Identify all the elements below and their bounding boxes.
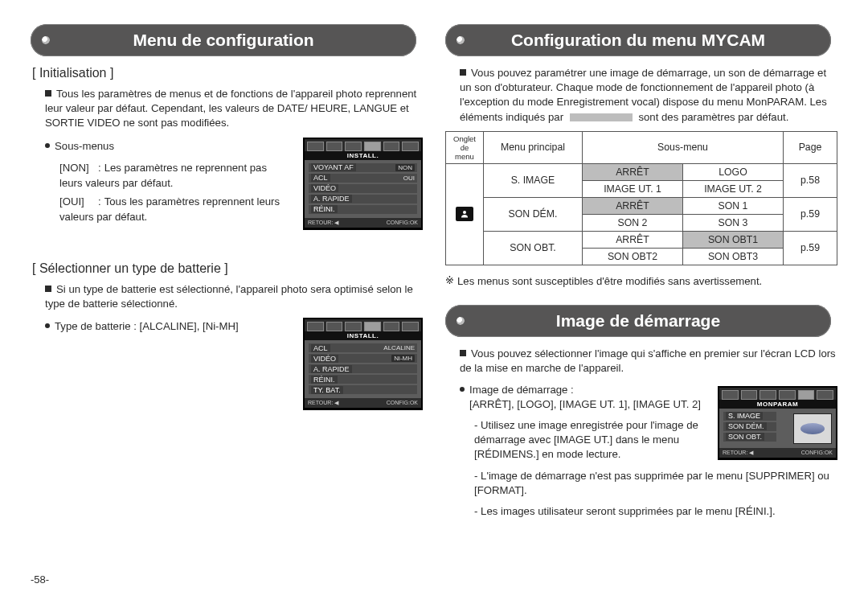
submenus-label: Sous-menus	[45, 139, 292, 154]
r2b: SON 1	[683, 197, 784, 214]
start-b3: - Les images utilisateur seront supprimé…	[474, 504, 837, 519]
square-bullet-icon	[45, 286, 51, 292]
th-sub: Sous-menu	[583, 131, 784, 163]
lcd-install-reset: INSTALL. VOYANT AFNON ACLOUI VIDÉO A. RA…	[303, 138, 423, 229]
square-bullet-icon	[460, 350, 466, 356]
section-header-config-text: Menu de configuration	[133, 31, 313, 50]
r2c: SON 2	[583, 214, 683, 231]
th-main: Menu principal	[484, 131, 583, 163]
dot-bullet-icon	[45, 143, 50, 148]
svg-point-0	[463, 211, 466, 214]
section-header-mycam-text: Configuration du menu MYCAM	[511, 31, 765, 50]
tab-icon-cell	[446, 163, 484, 265]
r3b: SON OBT1	[683, 231, 784, 248]
mycam-intro: Vous pouvez paramétrer une image de déma…	[460, 66, 837, 125]
square-bullet-icon	[460, 69, 466, 76]
r1d: IMAGE UT. 2	[683, 180, 784, 197]
mycam-menu-table: Onglet de menu Menu principal Sous-menu …	[445, 131, 837, 265]
r1-main: S. IMAGE	[484, 163, 583, 197]
section-header-startimage-text: Image de démarrage	[556, 311, 720, 331]
init-def-oui: [OUI]:Tous les paramètres reprennent leu…	[59, 194, 292, 224]
section-header-config: Menu de configuration	[31, 24, 416, 56]
r3-main: SON OBT.	[484, 231, 583, 265]
dot-bullet-icon	[45, 323, 50, 328]
r3d: SON OBT3	[683, 248, 784, 265]
start-options: [ARRÊT], [LOGO], [IMAGE UT. 1], [IMAGE U…	[469, 397, 701, 412]
battery-intro: Si un type de batterie est sélectionné, …	[45, 282, 423, 311]
subhead-initialisation: [ Initialisation ]	[32, 66, 423, 80]
section-header-mycam: Configuration du menu MYCAM	[445, 24, 831, 56]
r1-page: p.58	[784, 163, 837, 197]
lcd-monparam: MONPARAM S. IMAGE SON DÉM. SON OBT. RETO…	[718, 386, 837, 459]
default-highlight-swatch	[570, 113, 633, 121]
r2a: ARRÊT	[583, 197, 683, 214]
r2d: SON 3	[683, 214, 784, 231]
subhead-battery: [ Sélectionner un type de batterie ]	[32, 261, 423, 276]
square-bullet-icon	[45, 90, 51, 97]
th-page: Page	[784, 131, 837, 163]
r2-main: SON DÉM.	[484, 197, 583, 231]
dot-bullet-icon	[460, 387, 465, 392]
r1a: ARRÊT	[583, 163, 683, 180]
init-def-non: [NON]:Les paramètres ne reprennent pas l…	[59, 160, 292, 191]
mycam-note: ※Les menus sont susceptibles d'être modi…	[445, 273, 837, 289]
section-header-startimage: Image de démarrage	[445, 305, 831, 337]
start-b2: - L'image de démarrage n'est pas supprim…	[474, 469, 837, 498]
lcd-install-battery: INSTALL. ACLALCALINE VIDÉONi-MH A. RAPID…	[303, 318, 423, 409]
r3-page: p.59	[784, 231, 837, 265]
r1c: IMAGE UT. 1	[583, 180, 683, 197]
r3c: SON OBT2	[583, 248, 683, 265]
mycam-tab-icon	[456, 207, 473, 221]
battery-types: Type de batterie : [ALCALINE], [Ni-MH]	[45, 319, 292, 334]
r1b: LOGO	[683, 163, 784, 180]
start-image-preview	[793, 413, 832, 444]
r2-page: p.59	[784, 197, 837, 231]
init-intro: Tous les paramètres de menus et de fonct…	[45, 87, 423, 131]
th-tab: Onglet de menu	[446, 131, 484, 163]
reference-mark-icon: ※	[445, 273, 454, 288]
start-intro: Vous pouvez sélectionner l'image qui s'a…	[460, 347, 837, 376]
r3a: ARRÊT	[583, 231, 683, 248]
page-number: -58-	[31, 573, 49, 586]
